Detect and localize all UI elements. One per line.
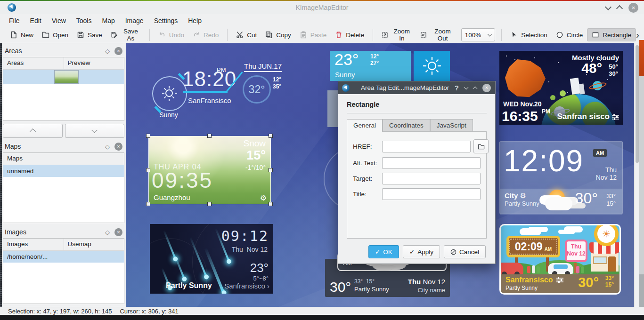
circle-tool-icon bbox=[556, 31, 563, 39]
menu-tools[interactable]: Tools bbox=[71, 15, 97, 26]
comet-time: 09:12 bbox=[221, 228, 269, 244]
desktop-edge bbox=[639, 76, 644, 274]
titlebar[interactable]: KImageMapEditor × bbox=[0, 1, 644, 14]
float-panel-icon[interactable]: ◇ bbox=[105, 143, 110, 150]
cut-button[interactable]: Cut bbox=[232, 28, 261, 41]
minimize-icon[interactable] bbox=[605, 4, 611, 10]
general-tab-content: HREF: Alt. Text: Target: Title: bbox=[347, 131, 487, 239]
glass-city-row: City ⚙ bbox=[505, 192, 526, 200]
save-as-button[interactable]: Save As bbox=[106, 28, 145, 41]
selection-handle[interactable] bbox=[146, 202, 150, 206]
apply-button[interactable]: ✓ Apply bbox=[403, 245, 440, 258]
save-button[interactable]: Save bbox=[73, 28, 106, 41]
selection-handle[interactable] bbox=[269, 134, 273, 138]
selection-tool-button[interactable]: Selection bbox=[506, 28, 552, 41]
target-input[interactable] bbox=[382, 173, 481, 184]
tab-general[interactable]: General bbox=[347, 119, 383, 131]
tab-javascript[interactable]: JavaScript bbox=[430, 119, 473, 131]
tab-coordinates[interactable]: Coordinates bbox=[383, 119, 430, 131]
space-weather-widget: Mostly cloudy 48° 50° 30° WED Nov.20 16:… bbox=[499, 51, 623, 125]
comet-condition: Partly Sunny bbox=[166, 281, 212, 290]
menu-map[interactable]: Map bbox=[97, 15, 120, 26]
glass-day: Thu bbox=[596, 166, 617, 174]
space-hi: 50° bbox=[609, 63, 618, 70]
areas-column-header[interactable]: Areas bbox=[3, 57, 64, 69]
href-label: HREF: bbox=[353, 143, 382, 150]
menu-help[interactable]: Help bbox=[183, 15, 207, 26]
move-area-up-button[interactable] bbox=[3, 124, 63, 138]
float-panel-icon[interactable]: ◇ bbox=[105, 229, 110, 236]
landscape-range: -1°/10° bbox=[245, 164, 266, 171]
close-panel-icon[interactable]: × bbox=[114, 228, 122, 236]
circle-tool-button[interactable]: Circle bbox=[552, 28, 587, 41]
move-area-down-button[interactable] bbox=[65, 124, 125, 138]
selection-handle[interactable] bbox=[269, 168, 273, 172]
close-icon[interactable]: × bbox=[482, 84, 491, 92]
scrollbar-handle[interactable] bbox=[636, 45, 639, 163]
zoom-in-button[interactable]: Zoom In bbox=[377, 28, 416, 41]
zoom-out-button[interactable]: Zoom Out bbox=[416, 28, 459, 41]
glass-clock-widget: 12:09 AM Thu Nov 12 City ⚙ Partly Sunny … bbox=[499, 141, 623, 214]
close-panel-icon[interactable]: × bbox=[114, 143, 122, 151]
dock-resize-strip[interactable] bbox=[0, 43, 2, 307]
menu-settings[interactable]: Settings bbox=[149, 15, 183, 26]
toolbar-overflow-icon[interactable]: › bbox=[636, 29, 639, 40]
new-button[interactable]: New bbox=[6, 28, 38, 41]
map-list-item[interactable]: unnamed bbox=[3, 165, 124, 177]
zigzag-time: 18:20 bbox=[182, 69, 236, 89]
close-panel-icon[interactable]: × bbox=[114, 47, 122, 55]
gear-icon: ⚙ bbox=[520, 192, 526, 200]
preview-column-header[interactable]: Preview bbox=[64, 57, 124, 69]
undo-button[interactable]: Undo bbox=[154, 28, 188, 41]
selection-handle[interactable] bbox=[269, 202, 273, 206]
open-label: Open bbox=[53, 32, 68, 39]
zoom-level-combobox[interactable]: 100% bbox=[461, 28, 496, 41]
image-list-item[interactable]: /home/neon/... bbox=[3, 251, 124, 263]
divider bbox=[347, 113, 487, 113]
paste-button[interactable]: Paste bbox=[295, 28, 331, 41]
copy-button[interactable]: Copy bbox=[261, 28, 295, 41]
close-icon[interactable]: × bbox=[628, 3, 638, 13]
browse-file-button[interactable] bbox=[473, 139, 489, 153]
cut-scissors-icon bbox=[236, 31, 244, 39]
window-title: KImageMapEditor bbox=[0, 4, 644, 11]
landscape-condition: Snow bbox=[243, 138, 266, 149]
rectangle-label: Rectangle bbox=[603, 32, 631, 39]
person bbox=[581, 266, 584, 273]
maps-column-header[interactable]: Maps bbox=[3, 153, 124, 165]
help-icon[interactable]: ? bbox=[455, 84, 459, 92]
redo-button[interactable]: Redo bbox=[188, 28, 223, 41]
shop-window bbox=[593, 256, 607, 264]
images-panel-title: Images bbox=[5, 228, 105, 236]
selection-handle[interactable] bbox=[207, 134, 212, 138]
menu-file[interactable]: File bbox=[4, 15, 25, 26]
images-column-header[interactable]: Images bbox=[3, 239, 64, 250]
copy-icon bbox=[265, 31, 273, 39]
dialog-titlebar[interactable]: Area Tag Edit...mageMapEditor ? × bbox=[338, 81, 495, 94]
float-panel-icon[interactable]: ◇ bbox=[105, 48, 110, 55]
sun-icon bbox=[423, 56, 441, 75]
menu-edit[interactable]: Edit bbox=[25, 15, 47, 26]
title-input[interactable] bbox=[382, 188, 481, 200]
cancel-button[interactable]: Cancel bbox=[444, 245, 486, 258]
ok-button[interactable]: ✓ OK bbox=[368, 245, 399, 258]
selection-handle[interactable] bbox=[146, 168, 150, 172]
glass-time: 12:09 bbox=[504, 142, 584, 181]
alt-text-input[interactable] bbox=[382, 157, 481, 169]
area-list-item[interactable] bbox=[3, 70, 124, 84]
open-button[interactable]: Open bbox=[38, 28, 73, 41]
selection-handle[interactable] bbox=[207, 202, 212, 206]
menu-image[interactable]: Image bbox=[120, 15, 149, 26]
maximize-icon[interactable] bbox=[616, 5, 623, 12]
maximize-icon[interactable] bbox=[473, 86, 478, 91]
usemap-column-header[interactable]: Usemap bbox=[64, 239, 124, 250]
menu-view[interactable]: View bbox=[47, 15, 71, 26]
vertical-scrollbar[interactable] bbox=[634, 43, 639, 307]
cartoon-lo: 15° bbox=[605, 281, 614, 288]
selection-handle[interactable] bbox=[146, 134, 150, 138]
save-as-icon bbox=[111, 31, 117, 39]
delete-button[interactable]: Delete bbox=[331, 28, 368, 41]
href-input[interactable] bbox=[382, 141, 471, 152]
minimize-icon[interactable] bbox=[464, 85, 469, 89]
rectangle-tool-button[interactable]: Rectangle bbox=[587, 28, 636, 41]
